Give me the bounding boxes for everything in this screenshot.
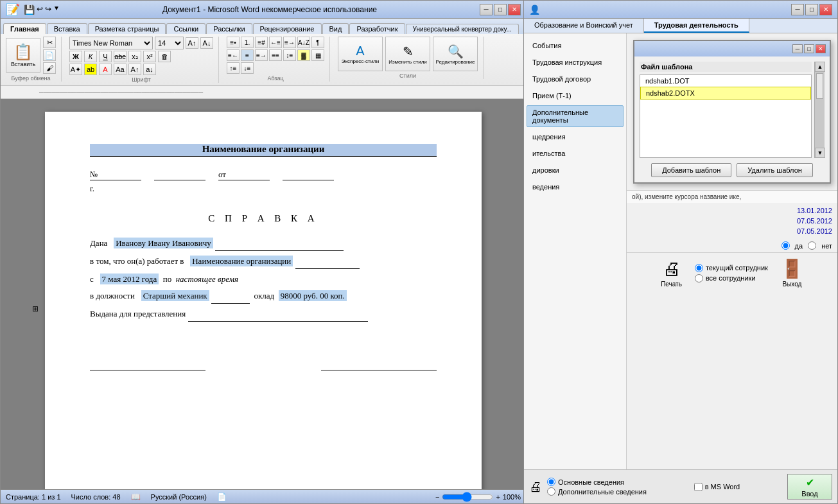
highlight-button[interactable]: ab	[84, 64, 97, 75]
sidebar-item-docs[interactable]: Дополнительные документы	[527, 105, 624, 127]
tab-insert[interactable]: Вставка	[47, 23, 87, 34]
line1-value[interactable]: Иванову Ивану Ивановичу	[114, 238, 213, 248]
delete-template-button[interactable]: Удалить шаблон	[737, 163, 813, 177]
radio-current[interactable]: текущий сотрудник	[695, 264, 768, 272]
sort-button[interactable]: A↓Z	[297, 37, 310, 48]
align-right-button[interactable]: ≡→	[255, 49, 268, 61]
scroll-down-button[interactable]: ▼	[815, 148, 825, 158]
text-effects-button[interactable]: A✦	[69, 64, 82, 75]
yes-label[interactable]: да	[795, 242, 803, 250]
hr-close-button[interactable]: ✕	[819, 4, 832, 15]
font-name-select[interactable]: Times New Roman	[69, 37, 153, 49]
sidebar-item-hire[interactable]: Прием (Т-1)	[527, 89, 624, 103]
decrease-indent-button[interactable]: ←≡	[269, 37, 282, 48]
bold-button[interactable]: Ж	[69, 51, 82, 62]
underline-button[interactable]: Ч	[99, 51, 112, 62]
radio-extra[interactable]: Дополнительные сведения	[547, 487, 647, 496]
tab-work[interactable]: Трудовая деятельность	[644, 19, 749, 33]
italic-button[interactable]: К	[84, 51, 97, 62]
scroll-up-button[interactable]: ▲	[815, 62, 825, 72]
document-content[interactable]: ⊞ Наименование организации № от г.	[1, 99, 526, 489]
all-label[interactable]: все сотрудники	[706, 274, 756, 282]
bullets-button[interactable]: ≡•	[227, 37, 240, 48]
no-radio[interactable]	[808, 241, 816, 250]
template-item-2[interactable]: ndshab2.DOTX	[640, 87, 811, 100]
restore-button[interactable]: □	[494, 4, 507, 15]
sidebar-item-instruction[interactable]: Трудовая инструкция	[527, 55, 624, 69]
small-a-button[interactable]: a↓	[143, 64, 156, 75]
spell-icon[interactable]: 📖	[131, 492, 141, 501]
sidebar-item-contract[interactable]: Трудовой договор	[527, 72, 624, 86]
number-field[interactable]	[154, 169, 205, 180]
tab-mailings[interactable]: Рассылки	[206, 23, 252, 34]
tab-converter[interactable]: Универсальный конвертер доку...	[406, 24, 519, 34]
increase-indent2-button[interactable]: ↓≡	[241, 62, 254, 74]
exit-button[interactable]: 🚪 Выход	[781, 258, 803, 288]
line4-value[interactable]: Старший механик	[141, 290, 209, 301]
no-label[interactable]: нет	[821, 242, 832, 250]
ms-word-checkbox[interactable]	[694, 483, 703, 491]
clear-format-button[interactable]: 🗑	[158, 51, 171, 62]
extra-label[interactable]: Дополнительные сведения	[558, 488, 647, 496]
increase-font-button[interactable]: A↑	[186, 37, 198, 49]
dialog-close-button[interactable]: ✕	[816, 44, 826, 53]
align-left-button[interactable]: ≡←	[227, 49, 240, 61]
tab-page-layout[interactable]: Разметка страницы	[88, 23, 166, 34]
dialog-restore-button[interactable]: □	[804, 44, 814, 53]
show-marks-button[interactable]: ¶	[311, 37, 324, 48]
ms-word-label[interactable]: в MS Word	[705, 483, 740, 491]
borders-button[interactable]: ▦	[311, 49, 324, 61]
layout-icon[interactable]: 📄	[217, 492, 227, 501]
sidebar-item-events[interactable]: События	[527, 39, 624, 53]
paste-button[interactable]: 📋 Вставить	[6, 38, 40, 73]
numbering-button[interactable]: 1.	[241, 37, 254, 48]
yes-radio[interactable]	[781, 241, 790, 250]
decrease-indent2-button[interactable]: ↑≡	[227, 62, 240, 74]
line2-value[interactable]: Наименование организации	[190, 256, 293, 266]
format-painter-button[interactable]: 🖌	[43, 62, 56, 74]
minimize-button[interactable]: ─	[480, 4, 493, 15]
tab-home[interactable]: Главная	[3, 23, 46, 34]
tab-view[interactable]: Вид	[322, 23, 349, 34]
tab-review[interactable]: Рецензирование	[253, 23, 322, 34]
cut-button[interactable]: ✂	[43, 37, 56, 48]
strikethrough-button[interactable]: abc	[114, 51, 127, 62]
subscript-button[interactable]: x₂	[128, 51, 141, 62]
decrease-font-button[interactable]: A↓	[200, 37, 213, 49]
ms-word-checkbox-area[interactable]: в MS Word	[694, 483, 740, 491]
title-save-icon[interactable]: 💾	[24, 4, 35, 15]
shading-button[interactable]: ▓	[297, 49, 310, 61]
superscript-button[interactable]: x²	[143, 51, 156, 62]
date-field[interactable]	[283, 169, 334, 180]
change-styles-button[interactable]: ✎ Изменить стили	[385, 37, 430, 71]
basic-label[interactable]: Основные сведения	[558, 478, 624, 486]
dialog-minimize-button[interactable]: ─	[792, 44, 803, 53]
sidebar-item-vedeniya[interactable]: ведения	[527, 180, 624, 194]
express-styles-button[interactable]: A Экспресс-стили	[338, 37, 383, 71]
hr-restore-button[interactable]: □	[805, 4, 818, 15]
tab-developer[interactable]: Разработчик	[349, 23, 405, 34]
printer-icon[interactable]: 🖨	[529, 480, 542, 494]
title-dropdown-icon[interactable]: ▼	[53, 4, 60, 15]
font-size-select[interactable]: 14	[155, 37, 184, 49]
hr-minimize-button[interactable]: ─	[791, 4, 804, 15]
title-redo-icon[interactable]: ↪	[45, 4, 51, 15]
print-button[interactable]: 🖨 Печать	[661, 258, 682, 288]
align-center-button[interactable]: ≡	[241, 49, 254, 61]
increase-indent-button[interactable]: ≡→	[283, 37, 296, 48]
close-button[interactable]: ✕	[508, 4, 521, 15]
tab-education[interactable]: Образование и Воинский учет	[524, 19, 644, 33]
sidebar-item-dirovki[interactable]: дировки	[527, 163, 624, 177]
multilevel-button[interactable]: ≡#	[255, 37, 268, 48]
line-spacing-button[interactable]: ↕≡	[283, 49, 296, 61]
justify-button[interactable]: ≡≡	[269, 49, 282, 61]
add-template-button[interactable]: Добавить шаблон	[651, 163, 731, 177]
zoom-slider[interactable]	[442, 494, 493, 500]
uppercase-button[interactable]: Aa	[114, 64, 127, 75]
title-undo-icon[interactable]: ↩	[37, 4, 43, 15]
editing-button[interactable]: 🔍 Редактирование	[433, 37, 478, 71]
template-item-1[interactable]: ndshab1.DOT	[640, 75, 811, 87]
vvod-button[interactable]: ✔ Ввод	[787, 474, 832, 500]
line3-value[interactable]: 7 мая 2012 года	[100, 274, 159, 284]
radio-basic[interactable]: Основные сведения	[547, 478, 647, 486]
